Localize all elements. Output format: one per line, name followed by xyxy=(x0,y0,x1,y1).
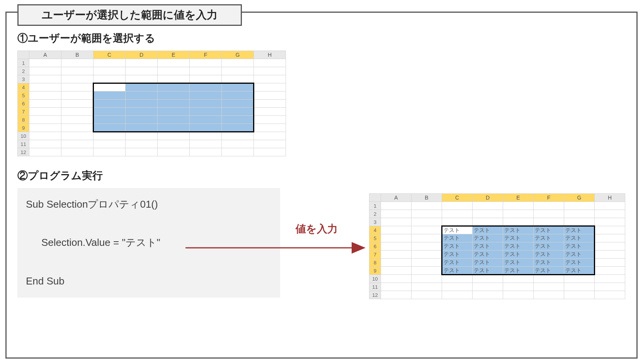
cell[interactable] xyxy=(222,108,254,116)
cell[interactable]: テスト xyxy=(503,267,534,275)
cell[interactable] xyxy=(473,218,503,226)
cell[interactable] xyxy=(254,116,286,124)
cell[interactable] xyxy=(381,267,412,275)
cell[interactable] xyxy=(61,91,94,100)
cell[interactable] xyxy=(61,75,94,83)
cell[interactable] xyxy=(254,67,286,75)
cell[interactable] xyxy=(412,259,442,267)
cell[interactable] xyxy=(222,67,254,75)
row-header[interactable]: 11 xyxy=(18,140,29,148)
col-header[interactable]: C xyxy=(442,194,473,202)
cell[interactable] xyxy=(503,291,534,299)
cell[interactable] xyxy=(158,100,190,108)
cell[interactable]: テスト xyxy=(564,259,595,267)
cell[interactable] xyxy=(473,275,503,283)
cell[interactable] xyxy=(564,210,595,218)
cell[interactable] xyxy=(254,100,286,108)
cell[interactable]: テスト xyxy=(442,226,473,234)
cell[interactable] xyxy=(595,251,625,259)
cell[interactable] xyxy=(222,116,254,124)
cell[interactable]: テスト xyxy=(534,242,564,251)
cell[interactable] xyxy=(126,132,158,140)
row-header[interactable]: 11 xyxy=(369,283,381,291)
cell[interactable] xyxy=(190,140,222,148)
cell[interactable] xyxy=(442,275,473,283)
cell[interactable] xyxy=(94,116,126,124)
cell[interactable] xyxy=(595,267,625,275)
cell[interactable] xyxy=(61,108,94,116)
cell[interactable] xyxy=(442,283,473,291)
cell[interactable] xyxy=(94,108,126,116)
col-header[interactable]: D xyxy=(473,194,503,202)
cell[interactable] xyxy=(190,67,222,75)
cell[interactable]: テスト xyxy=(503,234,534,242)
cell[interactable] xyxy=(190,108,222,116)
cell[interactable] xyxy=(595,226,625,234)
cell[interactable] xyxy=(94,132,126,140)
cell[interactable] xyxy=(412,275,442,283)
col-header[interactable]: G xyxy=(564,194,595,202)
col-header[interactable]: E xyxy=(503,194,534,202)
cell[interactable] xyxy=(222,75,254,83)
col-header[interactable]: A xyxy=(29,51,61,59)
cell[interactable] xyxy=(158,83,190,91)
cell[interactable] xyxy=(412,210,442,218)
row-header[interactable]: 12 xyxy=(369,291,381,299)
cell[interactable] xyxy=(190,116,222,124)
cell[interactable] xyxy=(473,202,503,210)
row-header[interactable]: 6 xyxy=(18,100,29,108)
cell[interactable] xyxy=(412,283,442,291)
cell[interactable]: テスト xyxy=(564,242,595,251)
cell[interactable] xyxy=(222,124,254,132)
cell[interactable] xyxy=(564,202,595,210)
cell[interactable] xyxy=(158,124,190,132)
cell[interactable] xyxy=(534,202,564,210)
cell[interactable]: テスト xyxy=(534,259,564,267)
cell[interactable] xyxy=(442,202,473,210)
row-header[interactable]: 8 xyxy=(369,259,381,267)
row-header[interactable]: 9 xyxy=(18,124,29,132)
row-header[interactable]: 4 xyxy=(18,83,29,91)
cell[interactable]: テスト xyxy=(564,251,595,259)
cell[interactable] xyxy=(126,100,158,108)
cell[interactable]: テスト xyxy=(534,251,564,259)
col-header[interactable]: D xyxy=(126,51,158,59)
col-header[interactable]: E xyxy=(158,51,190,59)
cell[interactable] xyxy=(222,100,254,108)
row-header[interactable]: 5 xyxy=(18,91,29,100)
cell[interactable]: テスト xyxy=(442,234,473,242)
col-header[interactable]: C xyxy=(94,51,126,59)
row-header[interactable]: 10 xyxy=(18,132,29,140)
row-header[interactable]: 7 xyxy=(369,251,381,259)
cell[interactable] xyxy=(442,218,473,226)
row-header[interactable]: 9 xyxy=(369,267,381,275)
cell[interactable]: テスト xyxy=(473,251,503,259)
cell[interactable] xyxy=(473,291,503,299)
cell[interactable] xyxy=(94,140,126,148)
cell[interactable]: テスト xyxy=(564,234,595,242)
cell[interactable] xyxy=(381,226,412,234)
cell[interactable] xyxy=(29,132,61,140)
cell[interactable] xyxy=(254,59,286,67)
cell[interactable]: テスト xyxy=(564,267,595,275)
cell[interactable]: テスト xyxy=(442,251,473,259)
cell[interactable] xyxy=(29,108,61,116)
cell[interactable] xyxy=(61,116,94,124)
row-header[interactable]: 4 xyxy=(369,226,381,234)
cell[interactable] xyxy=(190,91,222,100)
cell[interactable]: テスト xyxy=(473,259,503,267)
col-header[interactable]: F xyxy=(534,194,564,202)
cell[interactable] xyxy=(190,132,222,140)
cell[interactable] xyxy=(534,218,564,226)
cell[interactable] xyxy=(158,116,190,124)
cell[interactable] xyxy=(564,283,595,291)
cell[interactable] xyxy=(473,283,503,291)
cell[interactable] xyxy=(190,75,222,83)
cell[interactable] xyxy=(595,210,625,218)
cell[interactable] xyxy=(94,124,126,132)
cell[interactable] xyxy=(126,83,158,91)
cell[interactable] xyxy=(412,267,442,275)
cell[interactable] xyxy=(534,291,564,299)
cell[interactable] xyxy=(61,140,94,148)
cell[interactable] xyxy=(381,259,412,267)
